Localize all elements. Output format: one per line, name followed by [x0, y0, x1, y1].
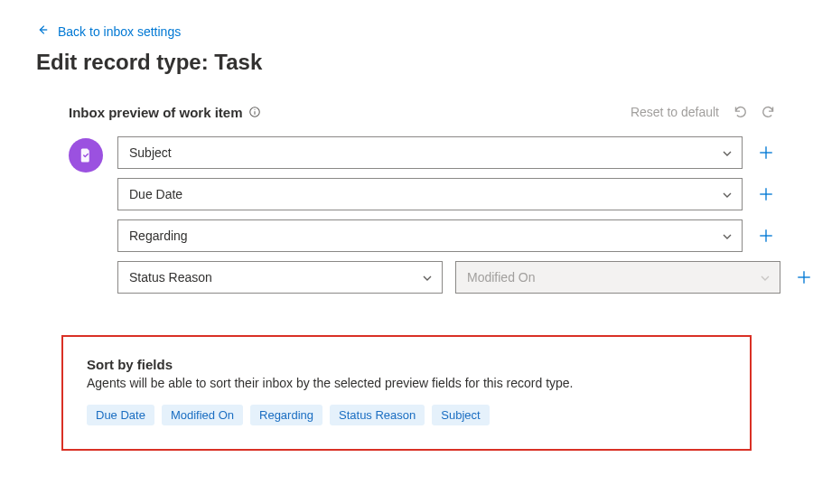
chevron-down-icon — [722, 230, 733, 241]
preview-heading: Inbox preview of work item — [69, 105, 261, 120]
svg-point-2 — [254, 109, 255, 110]
back-link-label: Back to inbox settings — [58, 24, 181, 39]
sort-field-chip[interactable]: Regarding — [250, 405, 322, 425]
sort-title: Sort by fields — [87, 357, 726, 372]
sort-description: Agents will be able to sort their inbox … — [87, 376, 726, 390]
redo-icon[interactable] — [761, 104, 777, 120]
page-title: Edit record type: Task — [36, 50, 777, 75]
preview-row: Regarding — [117, 219, 777, 252]
field-select[interactable]: Regarding — [117, 219, 743, 252]
field-select: Modified On — [455, 261, 780, 294]
add-field-button[interactable] — [755, 136, 777, 169]
field-select-label: Due Date — [129, 187, 182, 201]
undo-icon[interactable] — [732, 104, 748, 120]
field-select-label: Subject — [129, 145, 172, 160]
sort-field-chip[interactable]: Due Date — [87, 405, 154, 425]
record-type-icon — [69, 138, 103, 173]
arrow-left-icon — [36, 23, 49, 39]
sort-field-chip[interactable]: Subject — [432, 405, 489, 425]
chevron-down-icon — [760, 272, 771, 283]
add-field-button[interactable] — [755, 178, 777, 210]
field-select[interactable]: Subject — [117, 136, 743, 169]
add-field-button[interactable] — [793, 261, 813, 294]
sort-field-chip[interactable]: Modified On — [162, 405, 243, 425]
field-select-label: Status Reason — [129, 270, 212, 285]
back-link[interactable]: Back to inbox settings — [36, 23, 181, 39]
preview-heading-label: Inbox preview of work item — [69, 105, 243, 120]
sort-by-fields-panel: Sort by fields Agents will be able to so… — [61, 335, 752, 451]
info-icon[interactable] — [248, 106, 261, 118]
preview-row: Subject — [117, 136, 777, 169]
field-select-label: Modified On — [467, 270, 535, 285]
preview-row: Status ReasonModified On — [117, 261, 777, 294]
chevron-down-icon — [722, 189, 733, 200]
reset-to-default-button[interactable]: Reset to default — [631, 105, 719, 119]
field-select-label: Regarding — [129, 229, 188, 243]
preview-row: Due Date — [117, 178, 777, 210]
field-select[interactable]: Due Date — [117, 178, 743, 210]
field-select[interactable]: Status Reason — [117, 261, 443, 294]
add-field-button[interactable] — [755, 219, 777, 252]
chevron-down-icon — [722, 147, 733, 158]
chevron-down-icon — [422, 272, 433, 283]
sort-field-chip[interactable]: Status Reason — [330, 405, 425, 425]
